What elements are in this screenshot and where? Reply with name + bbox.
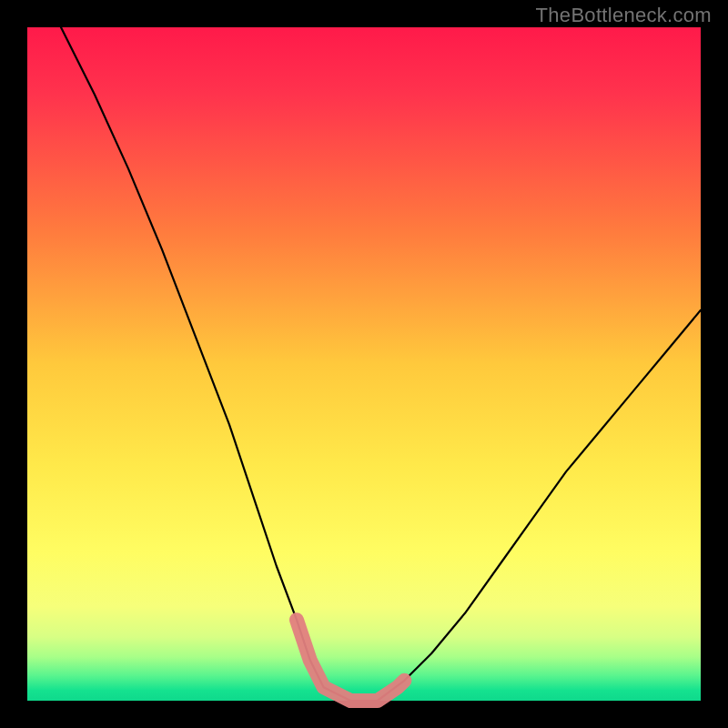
chart-stage: TheBottleneck.com	[0, 0, 728, 728]
bottleneck-chart	[0, 0, 728, 728]
watermark-text: TheBottleneck.com	[536, 4, 712, 27]
gradient-background	[27, 27, 701, 701]
